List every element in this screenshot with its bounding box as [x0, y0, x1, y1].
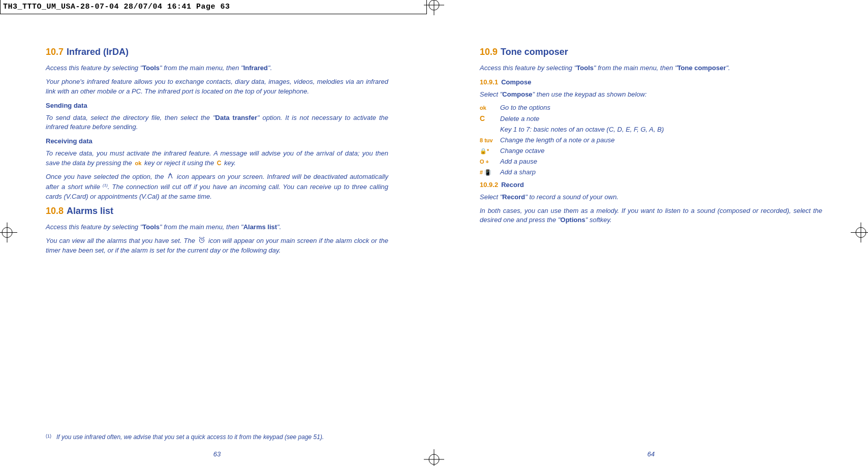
- page-right: 10.9Tone composer Access this feature by…: [434, 36, 868, 466]
- key-row-8: 8 tuvChange the length of a note or a pa…: [480, 136, 822, 144]
- key-row-star: 🔒*Change octave: [480, 147, 822, 154]
- key-row-zero: O +Add a pause: [480, 158, 822, 165]
- p-10-9-access: Access this feature by selecting "Tools"…: [480, 64, 822, 73]
- section-number: 10.7: [46, 47, 64, 57]
- key-row-c: CDelete a note: [480, 114, 822, 122]
- c-key-icon: C: [480, 114, 500, 122]
- p-10-7-access: Access this feature by selecting "Tools"…: [46, 64, 388, 73]
- c-key-icon: C: [216, 160, 223, 167]
- page-number-right: 64: [434, 450, 868, 458]
- section-10-9-2-heading: 10.9.2Record: [480, 181, 822, 189]
- p-10-9-2-desc: Select "Record" to record a sound of you…: [480, 193, 822, 202]
- footnote-ref: (1): [103, 183, 108, 188]
- p-10-9-1-desc: Select "Compose" then use the keypad as …: [480, 90, 822, 100]
- alarm-clock-icon: [198, 236, 205, 246]
- registration-mark-top: [424, 0, 444, 17]
- p-10-7-desc: Your phone's infrared feature allows you…: [46, 77, 388, 97]
- section-10-8-heading: 10.8Alarms list: [46, 206, 388, 216]
- p-10-8-access: Access this feature by selecting "Tools"…: [46, 223, 388, 232]
- p-10-9-2-final: In both cases, you can use them as a mel…: [480, 206, 822, 226]
- h-sending-data: Sending data: [46, 102, 388, 109]
- page-spread: 10.7Infrared (IrDA) Access this feature …: [0, 36, 868, 466]
- page-number-left: 63: [0, 450, 434, 458]
- footnote-text: If you use infrared often, we advise tha…: [56, 433, 324, 441]
- infrared-icon: [167, 172, 173, 182]
- section-10-9-heading: 10.9Tone composer: [480, 47, 822, 57]
- p-10-8-desc: You can view all the alarms that you hav…: [46, 236, 388, 256]
- key-row-ok: okGo to the options: [480, 104, 822, 111]
- ok-key-icon: ok: [134, 160, 142, 166]
- p-sending-data: To send data, select the directory file,…: [46, 113, 388, 133]
- svg-line-16: [203, 237, 204, 238]
- footnote-mark: (1): [46, 433, 51, 441]
- section-number: 10.8: [46, 206, 64, 216]
- section-10-9-1-heading: 10.9.1Compose: [480, 78, 822, 86]
- star-key-icon: 🔒*: [480, 148, 500, 154]
- h-receiving-data: Receiving data: [46, 137, 388, 145]
- ok-key-icon: ok: [480, 105, 500, 111]
- svg-line-15: [199, 237, 200, 238]
- p-receiving-data: To receive data, you must activate the i…: [46, 149, 388, 168]
- section-10-7-heading: 10.7Infrared (IrDA): [46, 47, 388, 57]
- hash-key-icon: # 📳: [480, 169, 500, 176]
- zero-key-icon: O +: [480, 159, 500, 165]
- key-row-hash: # 📳Add a sharp: [480, 168, 822, 176]
- footnote: (1) If you use infrared often, we advise…: [46, 433, 388, 441]
- section-title: Alarms list: [67, 206, 113, 216]
- section-title: Infrared (IrDA): [67, 47, 129, 57]
- p-once-selected: Once you have selected the option, the i…: [46, 172, 388, 202]
- eight-key-icon: 8 tuv: [480, 137, 500, 143]
- section-title: Tone composer: [501, 47, 568, 57]
- key-row-1-7: Key 1 to 7: basic notes of an octave (C,…: [480, 126, 822, 133]
- key-list: okGo to the options CDelete a note Key 1…: [480, 104, 822, 176]
- section-number: 10.9: [480, 47, 498, 57]
- page-left: 10.7Infrared (IrDA) Access this feature …: [0, 36, 434, 466]
